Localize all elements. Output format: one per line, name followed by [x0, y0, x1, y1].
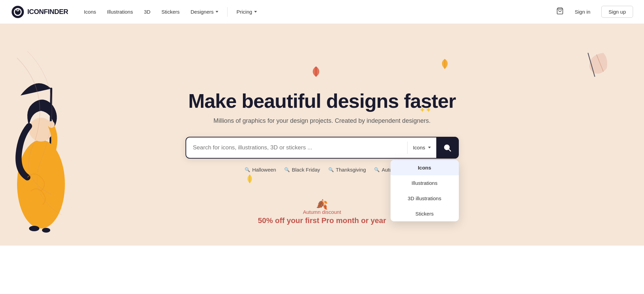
search-small-icon-3: 🔍 — [328, 167, 334, 172]
svg-point-12 — [29, 118, 53, 142]
promo-line2: 50% off your first Pro month or year — [258, 216, 386, 225]
search-container: Icons Icons Illustrations 3D illustratio… — [186, 137, 459, 159]
nav-link-3d[interactable]: 3D — [139, 6, 155, 17]
suggestion-black-friday[interactable]: 🔍 Black Friday — [284, 167, 320, 173]
svg-line-8 — [588, 53, 595, 77]
search-icon — [443, 144, 451, 152]
nav-divider — [227, 7, 228, 17]
cart-icon[interactable] — [556, 7, 564, 16]
suggestion-thanksgiving[interactable]: 🔍 Thanksgiving — [328, 167, 366, 173]
search-type-chevron-icon — [428, 147, 431, 148]
svg-line-7 — [597, 55, 603, 72]
nav-link-illustrations[interactable]: Illustrations — [102, 6, 138, 17]
leaf-decoration-1 — [309, 65, 323, 78]
svg-line-17 — [449, 149, 451, 151]
nav-link-designers[interactable]: Designers — [186, 6, 223, 17]
hero-title: Make beautiful designs faster — [186, 90, 459, 112]
suggestion-halloween[interactable]: 🔍 Halloween — [245, 167, 276, 173]
svg-point-11 — [17, 140, 65, 229]
search-button[interactable] — [436, 137, 458, 159]
signup-button[interactable]: Sign up — [601, 6, 633, 18]
navbar: ICONFINDER Icons Illustrations 3D Sticke… — [0, 0, 644, 24]
search-small-icon: 🔍 — [245, 167, 250, 172]
svg-point-14 — [29, 226, 39, 231]
hero-subtitle: Millions of graphics for your design pro… — [186, 117, 459, 124]
nav-links: Icons Illustrations 3D Stickers Designer… — [79, 6, 556, 17]
leaf-decoration-4 — [245, 174, 255, 184]
hero-character-illustration — [0, 68, 79, 246]
promo-section: 🍂 Autumn discount 50% off your first Pro… — [258, 209, 386, 225]
pricing-chevron-icon — [254, 11, 257, 13]
search-type-selector[interactable]: Icons — [408, 137, 436, 158]
dropdown-item-illustrations[interactable]: Illustrations — [390, 175, 459, 191]
promo-leaf-icon: 🍂 — [316, 199, 328, 210]
signin-button[interactable]: Sign in — [569, 6, 596, 17]
svg-point-3 — [17, 9, 18, 11]
svg-point-15 — [42, 228, 50, 233]
nav-right: Sign in Sign up — [556, 6, 633, 18]
dropdown-item-3d[interactable]: 3D illustrations — [390, 191, 459, 206]
search-small-icon-2: 🔍 — [284, 167, 290, 172]
designers-chevron-icon — [216, 11, 218, 13]
search-input[interactable] — [186, 137, 407, 158]
dropdown-item-stickers[interactable]: Stickers — [390, 206, 459, 221]
leaf-decoration-3 — [585, 51, 612, 78]
hero-content: Make beautiful designs faster Millions o… — [186, 90, 459, 173]
logo-icon — [11, 5, 25, 19]
nav-link-stickers[interactable]: Stickers — [156, 6, 184, 17]
logo[interactable]: ICONFINDER — [11, 5, 68, 19]
search-type-label: Icons — [413, 145, 425, 150]
logo-text: ICONFINDER — [27, 8, 68, 16]
search-box: Icons — [186, 137, 459, 159]
search-small-icon-4: 🔍 — [374, 167, 380, 172]
hero-section: ✦✦ — [0, 24, 644, 246]
search-type-dropdown: Icons Illustrations 3D illustrations Sti… — [390, 160, 459, 221]
nav-link-pricing[interactable]: Pricing — [232, 6, 262, 17]
svg-point-0 — [12, 6, 24, 18]
svg-point-13 — [48, 121, 55, 128]
nav-link-icons[interactable]: Icons — [79, 6, 101, 17]
dropdown-item-icons[interactable]: Icons — [390, 160, 459, 175]
leaf-decoration-2 — [439, 58, 451, 70]
